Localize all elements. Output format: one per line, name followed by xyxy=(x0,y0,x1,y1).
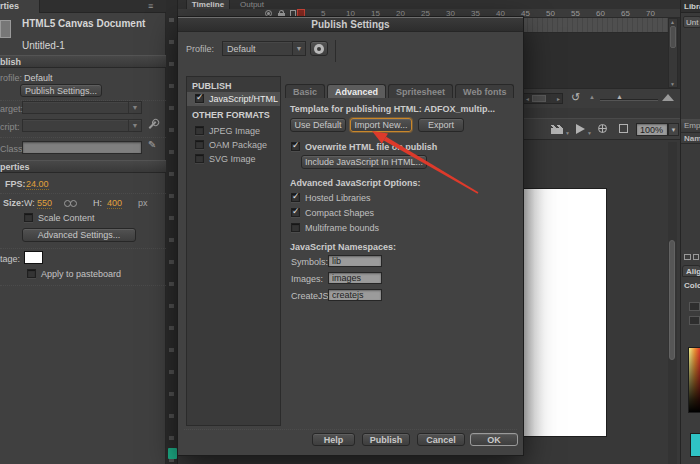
hscroll-thumb[interactable] xyxy=(532,95,546,102)
edit-scene-icon[interactable] xyxy=(551,125,563,134)
format-row[interactable]: JPEG Image xyxy=(187,124,280,138)
format-row-selected[interactable]: JavaScript/HTML xyxy=(187,92,280,106)
scale-content-checkbox[interactable] xyxy=(24,213,33,222)
script-dropdown[interactable]: ▼ xyxy=(22,119,142,132)
tab-webfonts[interactable]: Web fonts xyxy=(455,84,514,98)
stage-color-swatch[interactable] xyxy=(24,251,43,264)
tab-align[interactable]: Alig xyxy=(682,265,700,277)
tools-strip xyxy=(166,0,178,464)
library-doc-dropdown[interactable]: Unt xyxy=(683,16,700,28)
dialog-titlebar[interactable]: Publish Settings xyxy=(178,18,523,32)
properties-panel: rties ≡ HTML5 Canvas Document Untitled-1… xyxy=(0,0,166,464)
format-row[interactable]: OAM Package xyxy=(187,138,280,152)
center-frame-icon[interactable] xyxy=(598,124,607,133)
zoom-large-icon[interactable] xyxy=(662,94,674,101)
createjs-input[interactable] xyxy=(328,289,382,301)
properties-panel-tabstrip: rties ≡ xyxy=(0,0,166,13)
pencil-icon[interactable]: ✎ xyxy=(148,139,156,150)
edit-symbol-icon[interactable] xyxy=(576,124,585,134)
formats-listbox: PUBLISH JavaScript/HTML OTHER FORMATS JP… xyxy=(186,76,281,426)
format-checkbox-svg[interactable] xyxy=(195,154,204,163)
document-name[interactable]: Untitled-1 xyxy=(22,40,65,51)
stage-zoom-input[interactable]: 100% xyxy=(636,123,668,136)
fill-color-well[interactable] xyxy=(689,302,700,311)
dialog-tabs: Basic Advanced Spritesheet Web fonts xyxy=(285,82,516,98)
gear-icon xyxy=(314,44,324,54)
color-swatch-cyan[interactable] xyxy=(690,433,700,457)
dialog-profile-dropdown[interactable]: Default ▼ xyxy=(222,41,306,56)
target-dropdown[interactable]: ▼ xyxy=(22,101,142,114)
class-input[interactable] xyxy=(22,141,142,154)
publish-section-header[interactable]: blish xyxy=(0,55,166,68)
panel-dock-icon[interactable] xyxy=(684,254,691,260)
format-checkbox-jshtml[interactable] xyxy=(195,94,204,103)
timeline-hscrollbar[interactable]: ◄ ► xyxy=(523,93,563,104)
loop-icon[interactable]: ↺ xyxy=(571,91,580,104)
stage-vscrollbar[interactable] xyxy=(668,142,677,464)
ok-button[interactable]: OK xyxy=(470,433,518,446)
document-icon xyxy=(0,20,11,38)
use-default-button[interactable]: Use Default xyxy=(290,118,346,132)
color-gradient-picker[interactable] xyxy=(688,347,700,413)
advanced-settings-button[interactable]: Advanced Settings... xyxy=(22,228,136,242)
scroll-left-icon[interactable]: ◄ xyxy=(525,96,530,102)
format-row[interactable]: SVG Image xyxy=(187,152,280,166)
zoom-slider-track[interactable] xyxy=(600,99,658,101)
profile-options-button[interactable] xyxy=(310,41,328,56)
width-value[interactable]: 550 xyxy=(37,198,52,209)
fps-value[interactable]: 24.00 xyxy=(26,179,49,190)
createjs-label: CreateJS: xyxy=(291,291,331,301)
vscroll-thumb[interactable] xyxy=(670,26,676,48)
properties-section-header[interactable]: perties xyxy=(0,160,166,173)
overwrite-html-checkbox[interactable] xyxy=(291,142,300,151)
tab-spritesheet[interactable]: Spritesheet xyxy=(388,84,453,98)
clip-content-icon[interactable] xyxy=(619,124,628,133)
tab-output[interactable]: Output xyxy=(234,0,270,9)
dialog-vertical-divider xyxy=(335,40,336,62)
stroke-color-well[interactable] xyxy=(689,316,700,325)
apply-pasteboard-checkbox[interactable] xyxy=(27,269,36,278)
images-input[interactable] xyxy=(328,272,382,284)
stage-vscroll-thumb[interactable] xyxy=(669,240,675,360)
publish-settings-dialog: Publish Settings Profile: Default ▼ PUBL… xyxy=(178,17,523,455)
publish-button[interactable]: Publish xyxy=(362,433,410,446)
symbols-input[interactable] xyxy=(328,255,382,267)
scale-content-label: Scale Content xyxy=(38,213,95,223)
tab-properties[interactable]: rties xyxy=(0,0,40,13)
format-checkbox-jpeg[interactable] xyxy=(195,126,204,135)
compact-shapes-checkbox[interactable] xyxy=(291,208,300,217)
zoom-slider-thumb[interactable]: ▲ xyxy=(616,93,623,100)
px-label: px xyxy=(138,198,148,208)
panel-menu-icon[interactable]: ≡ xyxy=(148,1,153,11)
format-label-jpeg: JPEG Image xyxy=(209,126,260,136)
cancel-button[interactable]: Cancel xyxy=(417,433,465,446)
help-button[interactable]: Help xyxy=(312,433,355,446)
wrench-icon[interactable] xyxy=(149,121,157,129)
scroll-right-icon[interactable]: ► xyxy=(556,96,561,102)
hosted-libraries-checkbox[interactable] xyxy=(291,193,300,202)
chevron-down-icon: ▼ xyxy=(587,130,592,136)
chevron-down-icon: ▼ xyxy=(128,102,141,113)
panel-dock-icon[interactable] xyxy=(693,254,699,260)
scroll-up-icon[interactable]: ▲ xyxy=(670,19,675,25)
scroll-down-icon[interactable]: ▼ xyxy=(670,81,675,87)
tab-timeline[interactable]: Timeline xyxy=(186,0,230,9)
tab-basic[interactable]: Basic xyxy=(285,84,325,98)
library-panel-header[interactable]: Libra xyxy=(681,0,700,13)
ruler-number: 55 xyxy=(571,9,580,18)
library-name-column-header[interactable]: Nam xyxy=(681,132,700,144)
publish-settings-button[interactable]: Publish Settings... xyxy=(20,84,102,97)
stage-zoom-dropdown-button[interactable]: ▼ xyxy=(668,123,679,136)
timeline-vscrollbar[interactable]: ▲ ▼ xyxy=(668,18,678,88)
height-value[interactable]: 400 xyxy=(107,198,122,209)
format-checkbox-oam[interactable] xyxy=(195,140,204,149)
dialog-profile-label: Profile: xyxy=(186,44,214,54)
stage-canvas[interactable] xyxy=(524,188,607,437)
collapse-icon[interactable]: ▲ xyxy=(589,94,595,100)
timeline-tabstrip: Timeline Output xyxy=(178,0,680,9)
tab-advanced[interactable]: Advanced xyxy=(327,84,386,98)
separator xyxy=(0,137,166,138)
link-dimensions-icon[interactable] xyxy=(64,199,78,207)
multiframe-bounds-checkbox[interactable] xyxy=(291,223,300,232)
tool-swatch-icon[interactable] xyxy=(168,448,177,459)
